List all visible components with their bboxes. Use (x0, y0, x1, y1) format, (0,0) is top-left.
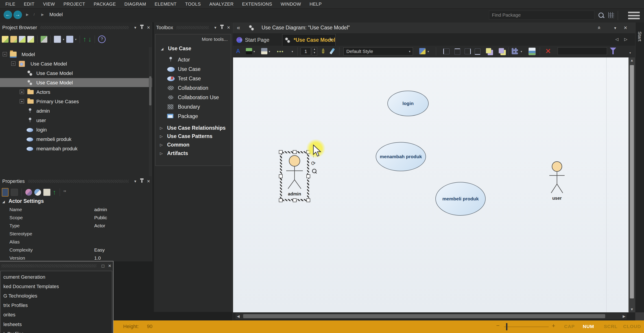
line-width-stepper[interactable]: ▲▼ (312, 47, 317, 56)
popup-item[interactable]: G Technologies (3, 293, 37, 299)
close-icon[interactable]: ✕ (106, 264, 113, 268)
portals-grid-icon[interactable] (608, 12, 614, 18)
zoom-out-icon[interactable]: − (496, 322, 500, 329)
toolbar-overflow-icon[interactable]: ▾ (630, 51, 631, 54)
popup-item[interactable]: trix Profiles (3, 302, 28, 308)
scroll-right-icon[interactable]: ▶ (623, 314, 626, 318)
tree-row-diagram[interactable]: Use Case Model (0, 69, 152, 78)
tree-label[interactable]: Use Case Model (30, 61, 67, 67)
menu-analyzer[interactable]: ANALYZER (209, 2, 234, 7)
tree-label[interactable]: Model (22, 52, 35, 58)
collapse-up-icon[interactable]: « (596, 26, 602, 29)
property-row[interactable]: Scope Public (0, 214, 152, 222)
toolbox-section-use-case-relationships[interactable]: ▷ Use Case Relationships (156, 125, 231, 134)
property-row[interactable]: Alias (0, 238, 152, 246)
move-down-icon[interactable]: ↓ (88, 36, 92, 43)
collapse-left-icon[interactable]: « (237, 24, 240, 31)
tree-label[interactable]: membeli produk (36, 136, 72, 142)
goto-package-icon[interactable] (40, 36, 47, 43)
tree-scrollbar[interactable] (149, 47, 152, 176)
notes-icon[interactable]: ‛‛ (64, 190, 66, 195)
actor-user-figure[interactable] (547, 161, 567, 195)
tree-row-login[interactable]: login (0, 125, 152, 134)
style-combo[interactable]: Default Style ▾ (344, 47, 413, 56)
chevron-down-icon[interactable]: ▾ (292, 50, 293, 53)
menu-extensions[interactable]: EXTENSIONS (242, 2, 272, 7)
resize-handle-sw[interactable] (279, 198, 283, 202)
section-collapse-icon[interactable]: ◢ (2, 200, 5, 204)
hscroll-thumb[interactable] (243, 314, 605, 318)
help-icon[interactable]: ? (98, 36, 106, 43)
new-diagram-icon[interactable] (19, 36, 26, 43)
use-case-membeli-produk[interactable]: membeli produk (436, 182, 486, 216)
popup-item[interactable]: orites (3, 312, 16, 318)
tree-label[interactable]: user (36, 118, 46, 124)
more-tools-link[interactable]: More tools... (202, 36, 228, 42)
dock-tab-start[interactable]: Start (637, 32, 642, 41)
property-value[interactable]: 1.0 (94, 255, 101, 261)
menu-edit[interactable]: EDIT (24, 2, 34, 7)
appearance-icon[interactable] (419, 48, 426, 54)
chevron-down-icon[interactable]: ▾ (63, 38, 64, 41)
breadcrumb[interactable]: Model (49, 12, 63, 18)
menu-tools[interactable]: TOOLS (185, 2, 201, 7)
tree-label[interactable]: Use Case Model (36, 70, 73, 76)
dropdown-icon[interactable]: ▾ (132, 179, 138, 184)
close-icon[interactable]: ✕ (145, 25, 152, 30)
property-value[interactable]: Public (94, 215, 107, 220)
font-color-icon[interactable]: A (236, 48, 240, 54)
property-value[interactable]: Easy (94, 247, 105, 253)
toolbox-section-use-case-patterns[interactable]: ▷ Use Case Patterns (156, 133, 231, 142)
section-expand-icon[interactable]: ▷ (160, 126, 163, 130)
hamburger-menu-icon[interactable] (628, 12, 640, 19)
fill-color-icon[interactable] (261, 48, 268, 54)
section-collapse-icon[interactable]: ◢ (161, 47, 164, 51)
discuss-icon[interactable] (34, 189, 41, 196)
section-expand-icon[interactable]: ▷ (160, 134, 163, 138)
menu-file[interactable]: FILE (6, 2, 15, 7)
close-icon[interactable]: ✕ (225, 25, 232, 30)
scroll-down-icon[interactable]: ▼ (630, 308, 634, 312)
pin-icon[interactable] (141, 180, 142, 183)
menu-package[interactable]: PACKAGE (94, 2, 116, 7)
popup-item[interactable]: lesheets (3, 322, 22, 328)
edit-document-icon[interactable] (54, 36, 61, 43)
line-width-value[interactable]: 1 (300, 48, 311, 55)
pin-icon[interactable] (141, 26, 142, 29)
toolbox-item-test-case[interactable]: ✘ Test Case (156, 74, 231, 84)
tree-label[interactable]: login (36, 127, 47, 133)
property-value[interactable]: Actor (94, 223, 105, 228)
find-package-input[interactable] (489, 10, 594, 20)
related-elements-icon[interactable] (11, 189, 18, 196)
brush-icon[interactable] (330, 48, 335, 54)
scroll-up-icon[interactable]: ▲ (630, 58, 634, 62)
tab-scroll-right-icon[interactable]: ▷ (624, 37, 628, 42)
align-top-icon[interactable] (454, 48, 460, 55)
tree-row-diagram-selected[interactable]: Use Case Model (0, 78, 152, 87)
tree-row-menambah-produk[interactable]: menambah produk (0, 144, 152, 153)
diagram-vscrollbar[interactable]: ▲ ▼ (629, 58, 635, 312)
pin-icon[interactable] (222, 26, 222, 29)
toolbox-item-package[interactable]: Package (156, 112, 231, 121)
save-image-icon[interactable] (528, 48, 536, 55)
tree-row-user[interactable]: user (0, 116, 152, 125)
resize-handle-se[interactable] (306, 198, 310, 202)
align-right-icon[interactable] (464, 48, 471, 54)
resize-handle-s[interactable] (293, 198, 296, 202)
section-expand-icon[interactable]: ▷ (160, 151, 163, 156)
bring-to-front-icon[interactable] (486, 48, 491, 54)
zoom-in-icon[interactable]: + (552, 322, 555, 329)
property-row[interactable]: Name admin (0, 206, 152, 214)
property-value[interactable]: admin (94, 207, 107, 212)
tree-label[interactable]: Primary Use Cases (36, 99, 79, 104)
send-to-back-icon[interactable] (499, 48, 504, 54)
popup-item[interactable]: ked Document Templates (3, 284, 59, 290)
align-left-icon[interactable] (443, 48, 450, 54)
scroll-left-icon[interactable]: ◀ (237, 314, 240, 318)
use-case-login[interactable]: login (388, 91, 429, 116)
section-expand-icon[interactable]: ▷ (160, 143, 163, 147)
menu-view[interactable]: VIEW (43, 2, 55, 7)
text-color-icon[interactable] (246, 48, 252, 54)
format-painter-icon[interactable]: ✐ (319, 47, 328, 56)
expander-icon[interactable]: + (20, 99, 24, 104)
